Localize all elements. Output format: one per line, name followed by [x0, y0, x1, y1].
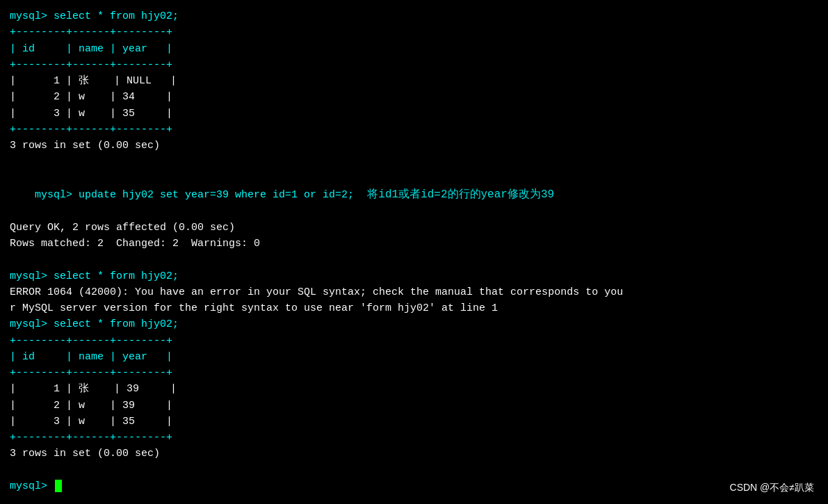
table-row-4: | 1 | 张 | 39 |: [10, 381, 818, 397]
error-line-2: r MySQL server version for the right syn…: [10, 300, 818, 316]
select-prompt-2: mysql> select * from hjy02;: [10, 318, 179, 330]
terminal: mysql> select * from hjy02; +--------+--…: [0, 0, 828, 504]
table-row-6: | 3 | w | 35 |: [10, 414, 818, 430]
table-border-3: +--------+------+--------+: [10, 122, 818, 138]
table-border-2: +--------+------+--------+: [10, 57, 818, 73]
table-row-2: | 2 | w | 34 |: [10, 89, 818, 105]
update-prompt: mysql> update hjy02 set year=39 where id…: [35, 189, 354, 201]
cursor: [55, 480, 62, 492]
form-typo-line: mysql> select * form hjy02;: [10, 268, 818, 284]
blank-2: [10, 252, 818, 268]
table-header-2: | id | name | year |: [10, 349, 818, 365]
table-row-5: | 2 | w | 39 |: [10, 398, 818, 414]
rows-info-1: 3 rows in set (0.00 sec): [10, 138, 818, 154]
table-border-4: +--------+------+--------+: [10, 333, 818, 349]
table-border-5: +--------+------+--------+: [10, 365, 818, 381]
rows-info-2: 3 rows in set (0.00 sec): [10, 446, 818, 462]
table-row-1: | 1 | 张 | NULL |: [10, 73, 818, 89]
select-line-2: mysql> select * from hjy02;: [10, 316, 818, 332]
prompt-text: mysql> select * from hjy02;: [10, 10, 179, 22]
final-prompt: mysql>: [10, 478, 54, 494]
line-1: mysql> select * from hjy02;: [10, 8, 818, 24]
blank-1: [10, 154, 818, 170]
table-border-6: +--------+------+--------+: [10, 430, 818, 446]
update-line: mysql> update hjy02 set year=39 where id…: [10, 170, 818, 220]
table-border-1: +--------+------+--------+: [10, 24, 818, 40]
query-ok: Query OK, 2 rows affected (0.00 sec): [10, 220, 818, 236]
blank-3: [10, 462, 818, 478]
watermark: CSDN @不会≠趴菜: [730, 482, 814, 494]
annotation-1: 将id1或者id=2的行的year修改为39: [354, 188, 554, 201]
error-line-1: ERROR 1064 (42000): You have an error in…: [10, 284, 818, 300]
table-header-1: | id | name | year |: [10, 41, 818, 57]
final-prompt-line: mysql>: [10, 478, 818, 494]
rows-matched: Rows matched: 2 Changed: 2 Warnings: 0: [10, 236, 818, 252]
form-prompt: mysql> select * form hjy02;: [10, 270, 179, 282]
table-row-3: | 3 | w | 35 |: [10, 106, 818, 122]
